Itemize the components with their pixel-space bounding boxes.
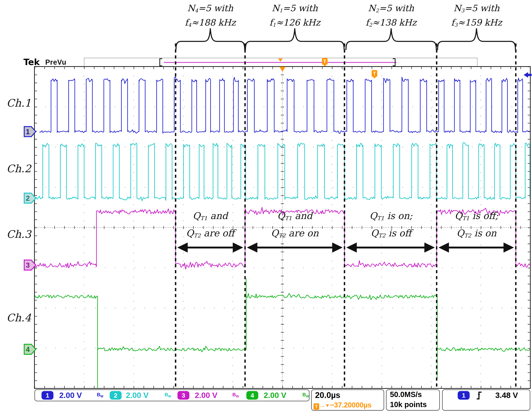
ch4-marker-number: 4 (26, 346, 30, 353)
annotation-state-4: QT1 is off; QT2 is on (455, 208, 498, 243)
trigger-delay-value: −37.20000µs (330, 401, 372, 409)
ch3-scale: 2.00 V (195, 391, 217, 400)
record-length: 10k points (390, 400, 427, 409)
ch2-ground-marker: 2 (24, 193, 36, 203)
trigger-point-flag-icon: T (372, 70, 377, 78)
ch1-bandwidth-icon: BW (97, 392, 103, 398)
ch1-badge: 1 (41, 391, 53, 400)
annotation-state-3: QT1 is on; QT2 is off (370, 208, 412, 243)
trigger-delay-t-icon: T (314, 403, 319, 410)
label-ch4: Ch.4 (3, 312, 35, 324)
trigger-position-triangle-icon (279, 67, 286, 72)
trigger-level: 3.48 V (495, 391, 518, 400)
trigger-delay-readout: T→▼−37.20000µs (314, 401, 371, 410)
trigger-flag-label: T (323, 59, 326, 64)
label-ch2: Ch.2 (3, 163, 35, 175)
arrow-right-icon: → (319, 402, 325, 409)
annotation-state-2: QT1 and QT2 are on (271, 208, 319, 243)
timebase-value: 20.0µs (315, 391, 340, 400)
ch3-marker-number: 3 (26, 261, 30, 269)
tek-logo: Tek (23, 57, 40, 67)
ch2-marker-number: 2 (26, 195, 30, 202)
label-ch3: Ch.3 (3, 228, 35, 240)
sample-rate: 50.0MS/s (390, 390, 422, 399)
acquisition-status: PreVu (45, 58, 66, 66)
scope-display: 1 2 3 4 T T (0, 0, 532, 411)
ch3-bandwidth-icon: BW (232, 392, 239, 398)
ch1-scale: 2.00 V (59, 391, 82, 400)
ch4-scale: 2.00 V (264, 391, 286, 400)
annotation-segment-N2: N2=5 with f2≈138 kHz (366, 2, 416, 31)
ch2-bandwidth-icon: BW (165, 392, 171, 398)
ch4-bandwidth-icon: BW (302, 392, 309, 398)
trigger-flag-label: T (373, 71, 376, 76)
ch3-ground-marker: 3 (24, 260, 36, 270)
triangle-down-icon: ▼ (325, 403, 330, 408)
ch1-ground-marker: 1 (24, 127, 36, 137)
segment-brace (246, 28, 344, 49)
segment-brace (346, 28, 436, 49)
oscilloscope-screenshot: 1 2 3 4 T T (0, 0, 532, 411)
trigger-source-badge: 1 (458, 391, 470, 400)
scope-icons: 1 2 3 4 T T (24, 58, 532, 354)
annotation-segment-N3: N3=5 with f3≈159 kHz (451, 2, 502, 31)
rising-edge-icon (476, 391, 483, 400)
ch2-badge: 2 (110, 391, 122, 400)
annotation-segment-N4: N4=5 with f4≈188 kHz (185, 2, 236, 31)
ch4-badge: 4 (246, 391, 258, 400)
label-ch1: Ch.1 (3, 97, 35, 109)
annotation-state-1: QT1 and QT2 are off (186, 208, 234, 243)
ch1-marker-number: 1 (26, 128, 30, 136)
annotation-segment-N1: N1=5 with f1≈126 kHz (269, 2, 320, 31)
ch4-ground-marker: 4 (24, 344, 36, 354)
segment-brace (437, 28, 515, 49)
segment-brace (176, 28, 245, 49)
ch2-scale: 2.00 V (126, 391, 148, 400)
ch3-badge: 3 (178, 391, 189, 400)
